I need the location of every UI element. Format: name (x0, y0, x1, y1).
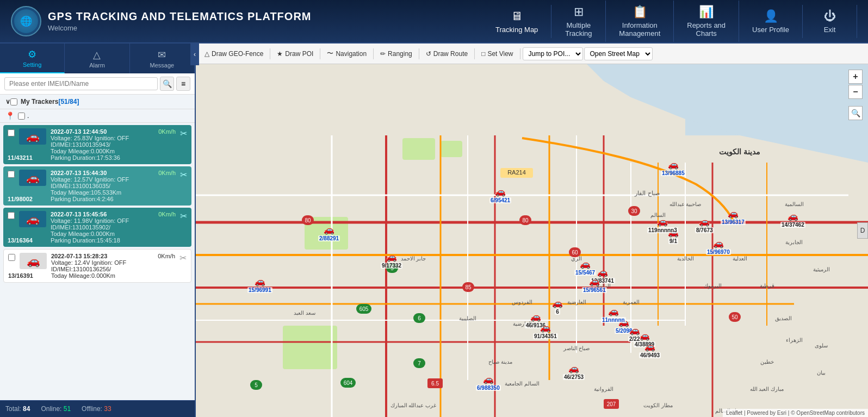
tracker-card[interactable]: 🚗 2022-07-13 12:44:50 0Km/h Voltage: 25.… (3, 125, 191, 164)
svg-text:207: 207 (607, 401, 616, 407)
nav-user-label: User Profile (752, 26, 789, 34)
svg-rect-44 (729, 312, 741, 322)
filter-button[interactable]: ≡ (176, 77, 190, 91)
svg-rect-46 (250, 380, 262, 390)
tab-message[interactable]: ✉ Message (130, 43, 195, 73)
tracker-id-num: 11/43211 (8, 154, 33, 161)
tab-alarm[interactable]: △ Alarm (65, 43, 129, 73)
tab-setting[interactable]: ⚙ Setting (0, 43, 65, 73)
sub-checkbox[interactable] (18, 113, 25, 120)
tracker-checkbox[interactable] (8, 254, 15, 261)
set-view-button[interactable]: □ Set View (477, 48, 517, 60)
user-icon: 👤 (764, 9, 778, 23)
car-icon: 🚗 (255, 276, 265, 287)
marker-label: 46/9493 (639, 352, 661, 358)
marker-label: 15/96561 (582, 287, 607, 293)
map-marker[interactable]: 🚗 119nnnnn3 (647, 216, 678, 233)
marker-label: 11nnnnn (601, 317, 626, 323)
tracker-tools-icon[interactable]: ✂ (180, 170, 187, 180)
svg-text:الرميثية: الرميثية (813, 266, 830, 273)
map-marker[interactable]: 🚗 2/22 (628, 325, 641, 342)
map-marker[interactable]: 🚗 6/95421 (489, 186, 511, 203)
svg-text:80: 80 (522, 217, 529, 223)
marker-label: 119nnnnn3 (647, 227, 678, 233)
tab-setting-label: Setting (23, 61, 41, 68)
map-search-button[interactable]: 🔍 (848, 106, 863, 120)
car-icon: 🚗 (713, 238, 724, 249)
car-icon: 🚗 (568, 363, 579, 374)
map-marker[interactable]: 🚗 46/2753 (563, 363, 585, 380)
jump-to-poi-select[interactable]: Jump to POI... (523, 47, 583, 60)
map-marker[interactable]: 🚗 15/96561 (582, 276, 607, 293)
map-marker[interactable]: 🚗 11nnnnn (601, 306, 626, 323)
nav-exit[interactable]: ⏻ Exit (803, 5, 857, 38)
tracker-checkbox[interactable] (8, 129, 15, 136)
tracker-card[interactable]: 🚗 2022-07-13 15:44:30 0Km/h Voltage: 12.… (3, 166, 191, 206)
nav-information-management[interactable]: 📋 InformationManagement (606, 1, 674, 42)
pin-icon: 📍 (5, 111, 15, 120)
tracker-tools-icon[interactable]: ✂ (180, 128, 187, 139)
draw-poi-button[interactable]: ★ Draw POI (272, 48, 318, 60)
map-marker[interactable]: 🚗 15/96991 (247, 276, 272, 293)
svg-text:صاحبية عبدالله: صاحبية عبدالله (669, 201, 702, 207)
svg-text:غرب عبدالله المبارك: غرب عبدالله المبارك (390, 402, 437, 409)
all-trackers-checkbox[interactable] (10, 98, 17, 105)
app-title: GPS TRACKING AND TELEMATICS PLATFORM (48, 10, 312, 23)
map-area[interactable]: △ Draw GEO-Fence ★ Draw POI 〜 Navigation… (196, 43, 868, 417)
tracker-checkbox[interactable] (8, 212, 15, 219)
nav-reports-charts[interactable]: 📊 Reports andCharts (674, 1, 739, 42)
tracker-speed: 0Km/h (158, 211, 176, 217)
tracker-imei: ID/IMEI:13100136035/ (51, 183, 176, 189)
tracker-count: [51/84] (58, 98, 79, 105)
separator (320, 48, 320, 59)
tracker-tools-icon[interactable]: ✂ (179, 253, 187, 263)
marker-label: 91/34351 (533, 333, 558, 339)
map-marker[interactable]: 🚗 13/96885 (661, 159, 686, 176)
map-marker[interactable]: 🚗 6/988350 (476, 374, 501, 391)
navigation-button[interactable]: 〜 Navigation (323, 47, 371, 60)
nav-tracking-map[interactable]: 🖥 Tracking Map (482, 5, 551, 38)
zoom-in-button[interactable]: + (848, 70, 863, 84)
tracker-speed: 0Km/h (158, 128, 176, 135)
map-marker[interactable]: 🚗 9/17332 (381, 252, 402, 269)
tracker-checkbox[interactable] (8, 171, 15, 178)
tracker-parking: Parking Duration:17:53:36 (51, 154, 176, 161)
search-button[interactable]: 🔍 (160, 77, 174, 91)
sidebar-collapse-button[interactable]: ‹ (190, 43, 199, 65)
marker-label: 6 (555, 309, 560, 315)
logo-inner: 🌐 (14, 9, 38, 33)
map-marker[interactable]: 🚗 15/96970 (706, 238, 731, 255)
map-marker[interactable]: 🚗 6 (552, 298, 563, 315)
car-icon: 🚗 (580, 259, 591, 270)
tracker-card[interactable]: 🚗 2022-07-13 15:45:56 0Km/h Voltage: 11.… (3, 208, 191, 247)
marker-label: 13/96317 (721, 219, 746, 225)
car-icon: 🚗 (668, 159, 679, 170)
map-marker[interactable]: 🚗 46/9493 (639, 341, 661, 358)
map-marker[interactable]: 🚗 8/7673 (695, 216, 714, 233)
ranging-button[interactable]: ✏ Ranging (376, 48, 417, 60)
tracker-list: 🚗 2022-07-13 12:44:50 0Km/h Voltage: 25.… (0, 123, 195, 400)
map-marker[interactable]: 🚗 91/34351 (533, 322, 558, 339)
tracker-id-num: 13/16391 (8, 272, 33, 279)
tracker-card[interactable]: 🚗 2022-07-13 15:28:23 0Km/h Voltage: 12.… (3, 249, 191, 283)
map-marker[interactable]: 🚗 2/88291 (318, 225, 340, 241)
nav-user-profile[interactable]: 👤 User Profile (739, 5, 803, 38)
car-icon: 🚗 (324, 225, 334, 235)
zoom-out-button[interactable]: − (848, 85, 863, 99)
map-type-select[interactable]: Open Street Map (584, 47, 653, 60)
map-marker[interactable]: 🚗 13/96317 (721, 208, 746, 225)
offline-label: Offline: 33 (82, 405, 111, 413)
tracker-tools-icon[interactable]: ✂ (180, 211, 187, 221)
expand-icon[interactable]: ∨ (5, 98, 10, 105)
tracker-voltage: Voltage: 25.83V Ignition: OFF (51, 135, 176, 141)
draw-route-button[interactable]: ↺ Draw Route (421, 48, 472, 60)
svg-rect-54 (356, 304, 371, 314)
svg-rect-40 (427, 378, 443, 388)
map-marker[interactable]: 🚗 14/37462 (780, 211, 805, 228)
search-input[interactable] (4, 77, 158, 90)
draw-geofence-button[interactable]: △ Draw GEO-Fence (200, 48, 268, 60)
nav-reports-label: Reports andCharts (687, 21, 726, 38)
car-icon: 🚗 (552, 298, 563, 309)
nav-multiple-tracking[interactable]: ⊞ MultipleTracking (551, 1, 606, 42)
d-button[interactable]: D (857, 222, 868, 239)
